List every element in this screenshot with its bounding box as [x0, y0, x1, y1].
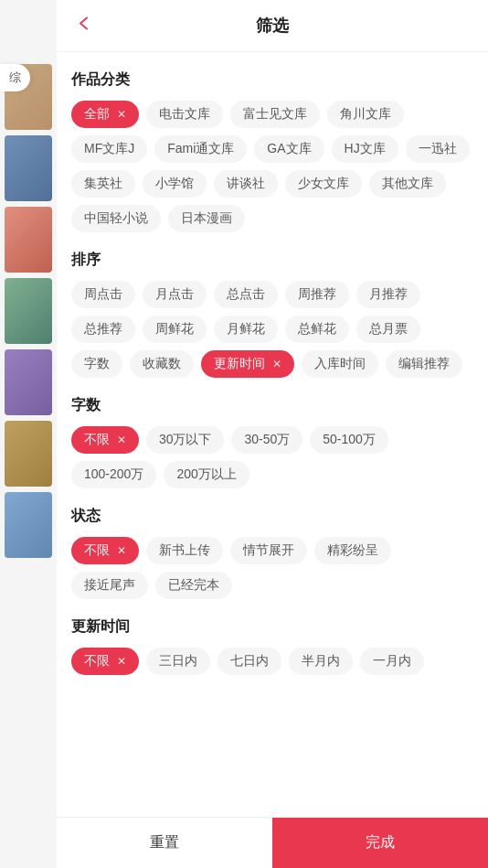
sidebar-books: [0, 0, 57, 868]
section-update-time: 更新时间 不限 ✕ 三日内 七日内 半月内 一月内: [71, 617, 473, 675]
tag-status-0[interactable]: 不限 ✕: [71, 537, 139, 564]
tag-sort-8[interactable]: 总鲜花: [285, 316, 349, 343]
tag-wordcount-1[interactable]: 30万以下: [146, 426, 225, 454]
section-sort-title: 排序: [71, 251, 473, 270]
tag-status-5[interactable]: 已经完本: [155, 572, 232, 599]
wordcount-tags: 不限 ✕ 30万以下 30-50万 50-100万 100-200万 200万以…: [71, 426, 473, 488]
tag-sort-11[interactable]: 收藏数: [130, 350, 194, 378]
tag-status-2[interactable]: 情节展开: [230, 537, 307, 564]
tag-updatetime-0[interactable]: 不限 ✕: [71, 648, 139, 675]
tag-updatetime-3[interactable]: 半月内: [289, 648, 353, 675]
tag-sort-3[interactable]: 周推荐: [285, 281, 349, 308]
tag-wordcount-5[interactable]: 200万以上: [164, 461, 249, 488]
book-cover-5: [5, 349, 52, 415]
tag-updatetime-1[interactable]: 三日内: [146, 648, 210, 675]
section-sort: 排序 周点击 月点击 总点击 周推荐 月推荐 总推荐 周鲜花 月鲜花 总鲜花 总…: [71, 251, 473, 378]
tag-sort-1[interactable]: 月点击: [143, 281, 207, 308]
tag-sort-4[interactable]: 月推荐: [356, 281, 420, 308]
page-title: 筛选: [256, 15, 289, 37]
content-area: 作品分类 全部 ✕ 电击文库 富士见文库 角川文库 MF文库J Fami通文库 …: [57, 52, 488, 817]
tag-category-2[interactable]: 富士见文库: [230, 101, 320, 128]
tag-status-1[interactable]: 新书上传: [146, 537, 223, 564]
tag-sort-9[interactable]: 总月票: [356, 316, 420, 343]
tag-category-0[interactable]: 全部 ✕: [71, 101, 139, 128]
tag-category-6[interactable]: GA文库: [254, 135, 324, 163]
book-cover-2: [5, 135, 52, 201]
section-category: 作品分类 全部 ✕ 电击文库 富士见文库 角川文库 MF文库J Fami通文库 …: [71, 70, 473, 232]
tag-category-7[interactable]: HJ文库: [332, 135, 398, 163]
tag-wordcount-2[interactable]: 30-50万: [231, 426, 302, 454]
tag-category-10[interactable]: 小学馆: [143, 170, 207, 198]
tag-category-4[interactable]: MF文库J: [71, 135, 147, 163]
header: 筛选: [57, 0, 488, 52]
sort-tags: 周点击 月点击 总点击 周推荐 月推荐 总推荐 周鲜花 月鲜花 总鲜花 总月票 …: [71, 281, 473, 378]
close-icon[interactable]: ✕: [117, 544, 126, 557]
section-update-time-title: 更新时间: [71, 617, 473, 637]
tag-category-13[interactable]: 其他文库: [369, 170, 446, 198]
back-icon: [75, 15, 93, 33]
tag-category-14[interactable]: 中国轻小说: [71, 205, 161, 232]
confirm-button[interactable]: 完成: [272, 818, 488, 868]
tag-sort-12[interactable]: 更新时间 ✕: [201, 350, 294, 378]
tag-wordcount-3[interactable]: 50-100万: [310, 426, 388, 454]
section-status-title: 状态: [71, 507, 473, 526]
tag-sort-6[interactable]: 周鲜花: [143, 316, 207, 343]
tag-wordcount-0[interactable]: 不限 ✕: [71, 426, 139, 454]
tag-updatetime-2[interactable]: 七日内: [217, 648, 281, 675]
category-tags: 全部 ✕ 电击文库 富士见文库 角川文库 MF文库J Fami通文库 GA文库 …: [71, 101, 473, 232]
book-cover-7: [5, 492, 52, 558]
main-panel: 筛选 作品分类 全部 ✕ 电击文库 富士见文库 角川文库 MF文库J Fami通…: [57, 0, 488, 868]
tag-sort-7[interactable]: 月鲜花: [214, 316, 278, 343]
tag-status-4[interactable]: 接近尾声: [71, 572, 148, 599]
section-wordcount-title: 字数: [71, 396, 473, 415]
update-time-tags: 不限 ✕ 三日内 七日内 半月内 一月内: [71, 648, 473, 675]
back-button[interactable]: [75, 15, 93, 38]
tag-status-3[interactable]: 精彩纷呈: [314, 537, 391, 564]
tag-updatetime-4[interactable]: 一月内: [360, 648, 424, 675]
book-cover-3: [5, 207, 52, 273]
tag-category-8[interactable]: 一迅社: [406, 135, 470, 163]
tag-category-5[interactable]: Fami通文库: [154, 135, 247, 163]
status-tags: 不限 ✕ 新书上传 情节展开 精彩纷呈 接近尾声 已经完本: [71, 537, 473, 599]
close-icon[interactable]: ✕: [117, 108, 126, 121]
tag-category-3[interactable]: 角川文库: [327, 101, 404, 128]
tag-sort-10[interactable]: 字数: [71, 350, 122, 378]
tag-sort-14[interactable]: 编辑推荐: [386, 350, 462, 378]
tag-category-1[interactable]: 电击文库: [146, 101, 223, 128]
reset-button[interactable]: 重置: [57, 818, 272, 868]
close-icon[interactable]: ✕: [272, 358, 281, 370]
tag-sort-2[interactable]: 总点击: [214, 281, 278, 308]
tag-category-12[interactable]: 少女文库: [285, 170, 362, 198]
tag-sort-13[interactable]: 入库时间: [302, 350, 378, 378]
book-cover-6: [5, 421, 52, 487]
tag-category-11[interactable]: 讲谈社: [214, 170, 278, 198]
book-cover-4: [5, 278, 52, 344]
sidebar-tab[interactable]: 综: [0, 64, 30, 91]
section-wordcount: 字数 不限 ✕ 30万以下 30-50万 50-100万 100-200万 20…: [71, 396, 473, 488]
tag-category-9[interactable]: 集英社: [71, 170, 135, 198]
tag-sort-5[interactable]: 总推荐: [71, 316, 135, 343]
tag-category-15[interactable]: 日本漫画: [168, 205, 245, 232]
close-icon[interactable]: ✕: [117, 655, 126, 668]
close-icon[interactable]: ✕: [117, 434, 126, 446]
section-category-title: 作品分类: [71, 70, 473, 90]
section-status: 状态 不限 ✕ 新书上传 情节展开 精彩纷呈 接近尾声 已经完本: [71, 507, 473, 599]
footer: 重置 完成: [57, 817, 488, 868]
tag-sort-0[interactable]: 周点击: [71, 281, 135, 308]
tag-wordcount-4[interactable]: 100-200万: [71, 461, 156, 488]
